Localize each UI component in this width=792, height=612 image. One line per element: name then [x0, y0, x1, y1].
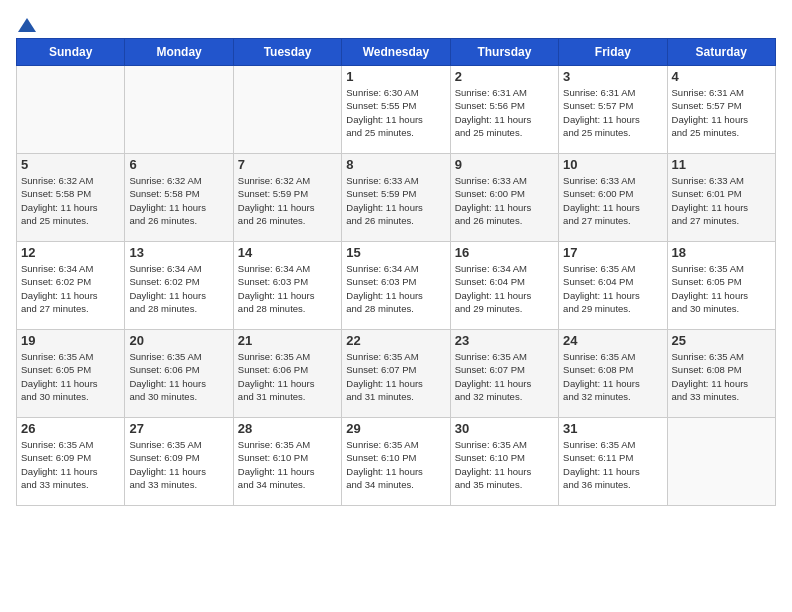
day-info: Sunrise: 6:35 AM Sunset: 6:07 PM Dayligh…: [455, 350, 554, 403]
calendar-cell: 26Sunrise: 6:35 AM Sunset: 6:09 PM Dayli…: [17, 418, 125, 506]
page-header: [16, 16, 776, 30]
week-row-2: 5Sunrise: 6:32 AM Sunset: 5:58 PM Daylig…: [17, 154, 776, 242]
day-number: 14: [238, 245, 337, 260]
day-info: Sunrise: 6:31 AM Sunset: 5:57 PM Dayligh…: [563, 86, 662, 139]
calendar-cell: 6Sunrise: 6:32 AM Sunset: 5:58 PM Daylig…: [125, 154, 233, 242]
day-info: Sunrise: 6:33 AM Sunset: 5:59 PM Dayligh…: [346, 174, 445, 227]
day-info: Sunrise: 6:35 AM Sunset: 6:08 PM Dayligh…: [672, 350, 771, 403]
calendar-cell: 8Sunrise: 6:33 AM Sunset: 5:59 PM Daylig…: [342, 154, 450, 242]
day-number: 9: [455, 157, 554, 172]
calendar-cell: 20Sunrise: 6:35 AM Sunset: 6:06 PM Dayli…: [125, 330, 233, 418]
logo: [16, 16, 36, 30]
calendar-cell: [667, 418, 775, 506]
week-row-1: 1Sunrise: 6:30 AM Sunset: 5:55 PM Daylig…: [17, 66, 776, 154]
day-number: 4: [672, 69, 771, 84]
day-number: 5: [21, 157, 120, 172]
weekday-header-friday: Friday: [559, 39, 667, 66]
day-info: Sunrise: 6:35 AM Sunset: 6:09 PM Dayligh…: [129, 438, 228, 491]
calendar-cell: 11Sunrise: 6:33 AM Sunset: 6:01 PM Dayli…: [667, 154, 775, 242]
day-info: Sunrise: 6:34 AM Sunset: 6:02 PM Dayligh…: [129, 262, 228, 315]
day-number: 22: [346, 333, 445, 348]
weekday-header-saturday: Saturday: [667, 39, 775, 66]
day-number: 24: [563, 333, 662, 348]
calendar-cell: 30Sunrise: 6:35 AM Sunset: 6:10 PM Dayli…: [450, 418, 558, 506]
calendar-cell: 9Sunrise: 6:33 AM Sunset: 6:00 PM Daylig…: [450, 154, 558, 242]
weekday-header-sunday: Sunday: [17, 39, 125, 66]
day-number: 25: [672, 333, 771, 348]
day-info: Sunrise: 6:32 AM Sunset: 5:58 PM Dayligh…: [21, 174, 120, 227]
calendar-cell: 4Sunrise: 6:31 AM Sunset: 5:57 PM Daylig…: [667, 66, 775, 154]
day-number: 31: [563, 421, 662, 436]
week-row-3: 12Sunrise: 6:34 AM Sunset: 6:02 PM Dayli…: [17, 242, 776, 330]
weekday-header-tuesday: Tuesday: [233, 39, 341, 66]
calendar-cell: 10Sunrise: 6:33 AM Sunset: 6:00 PM Dayli…: [559, 154, 667, 242]
calendar-cell: 5Sunrise: 6:32 AM Sunset: 5:58 PM Daylig…: [17, 154, 125, 242]
day-number: 27: [129, 421, 228, 436]
calendar-cell: 18Sunrise: 6:35 AM Sunset: 6:05 PM Dayli…: [667, 242, 775, 330]
calendar-cell: 3Sunrise: 6:31 AM Sunset: 5:57 PM Daylig…: [559, 66, 667, 154]
day-number: 23: [455, 333, 554, 348]
day-number: 26: [21, 421, 120, 436]
day-number: 8: [346, 157, 445, 172]
day-number: 21: [238, 333, 337, 348]
day-number: 19: [21, 333, 120, 348]
calendar-cell: 12Sunrise: 6:34 AM Sunset: 6:02 PM Dayli…: [17, 242, 125, 330]
day-info: Sunrise: 6:30 AM Sunset: 5:55 PM Dayligh…: [346, 86, 445, 139]
day-number: 20: [129, 333, 228, 348]
day-info: Sunrise: 6:31 AM Sunset: 5:56 PM Dayligh…: [455, 86, 554, 139]
calendar-cell: [125, 66, 233, 154]
calendar-cell: 14Sunrise: 6:34 AM Sunset: 6:03 PM Dayli…: [233, 242, 341, 330]
calendar-cell: 2Sunrise: 6:31 AM Sunset: 5:56 PM Daylig…: [450, 66, 558, 154]
calendar-table: SundayMondayTuesdayWednesdayThursdayFrid…: [16, 38, 776, 506]
calendar-cell: 28Sunrise: 6:35 AM Sunset: 6:10 PM Dayli…: [233, 418, 341, 506]
day-info: Sunrise: 6:34 AM Sunset: 6:03 PM Dayligh…: [346, 262, 445, 315]
calendar-cell: 1Sunrise: 6:30 AM Sunset: 5:55 PM Daylig…: [342, 66, 450, 154]
day-number: 3: [563, 69, 662, 84]
calendar-cell: [233, 66, 341, 154]
day-number: 16: [455, 245, 554, 260]
weekday-header-thursday: Thursday: [450, 39, 558, 66]
day-info: Sunrise: 6:32 AM Sunset: 5:59 PM Dayligh…: [238, 174, 337, 227]
day-info: Sunrise: 6:34 AM Sunset: 6:02 PM Dayligh…: [21, 262, 120, 315]
day-info: Sunrise: 6:32 AM Sunset: 5:58 PM Dayligh…: [129, 174, 228, 227]
calendar-cell: 27Sunrise: 6:35 AM Sunset: 6:09 PM Dayli…: [125, 418, 233, 506]
day-info: Sunrise: 6:34 AM Sunset: 6:04 PM Dayligh…: [455, 262, 554, 315]
day-number: 1: [346, 69, 445, 84]
day-number: 6: [129, 157, 228, 172]
day-number: 10: [563, 157, 662, 172]
calendar-cell: 17Sunrise: 6:35 AM Sunset: 6:04 PM Dayli…: [559, 242, 667, 330]
day-info: Sunrise: 6:35 AM Sunset: 6:04 PM Dayligh…: [563, 262, 662, 315]
day-number: 29: [346, 421, 445, 436]
day-number: 12: [21, 245, 120, 260]
day-info: Sunrise: 6:33 AM Sunset: 6:00 PM Dayligh…: [455, 174, 554, 227]
day-number: 17: [563, 245, 662, 260]
day-info: Sunrise: 6:35 AM Sunset: 6:10 PM Dayligh…: [346, 438, 445, 491]
day-info: Sunrise: 6:35 AM Sunset: 6:11 PM Dayligh…: [563, 438, 662, 491]
weekday-header-row: SundayMondayTuesdayWednesdayThursdayFrid…: [17, 39, 776, 66]
calendar-cell: 31Sunrise: 6:35 AM Sunset: 6:11 PM Dayli…: [559, 418, 667, 506]
day-info: Sunrise: 6:35 AM Sunset: 6:09 PM Dayligh…: [21, 438, 120, 491]
weekday-header-wednesday: Wednesday: [342, 39, 450, 66]
day-number: 18: [672, 245, 771, 260]
day-info: Sunrise: 6:35 AM Sunset: 6:10 PM Dayligh…: [238, 438, 337, 491]
day-info: Sunrise: 6:31 AM Sunset: 5:57 PM Dayligh…: [672, 86, 771, 139]
day-info: Sunrise: 6:35 AM Sunset: 6:10 PM Dayligh…: [455, 438, 554, 491]
day-number: 30: [455, 421, 554, 436]
day-info: Sunrise: 6:35 AM Sunset: 6:06 PM Dayligh…: [129, 350, 228, 403]
day-info: Sunrise: 6:35 AM Sunset: 6:06 PM Dayligh…: [238, 350, 337, 403]
calendar-cell: 21Sunrise: 6:35 AM Sunset: 6:06 PM Dayli…: [233, 330, 341, 418]
day-number: 7: [238, 157, 337, 172]
day-info: Sunrise: 6:33 AM Sunset: 6:00 PM Dayligh…: [563, 174, 662, 227]
day-number: 13: [129, 245, 228, 260]
weekday-header-monday: Monday: [125, 39, 233, 66]
svg-marker-0: [18, 18, 36, 32]
calendar-cell: 29Sunrise: 6:35 AM Sunset: 6:10 PM Dayli…: [342, 418, 450, 506]
day-info: Sunrise: 6:33 AM Sunset: 6:01 PM Dayligh…: [672, 174, 771, 227]
calendar-cell: 15Sunrise: 6:34 AM Sunset: 6:03 PM Dayli…: [342, 242, 450, 330]
day-number: 15: [346, 245, 445, 260]
week-row-4: 19Sunrise: 6:35 AM Sunset: 6:05 PM Dayli…: [17, 330, 776, 418]
day-info: Sunrise: 6:35 AM Sunset: 6:05 PM Dayligh…: [672, 262, 771, 315]
calendar-cell: [17, 66, 125, 154]
day-number: 28: [238, 421, 337, 436]
day-info: Sunrise: 6:35 AM Sunset: 6:08 PM Dayligh…: [563, 350, 662, 403]
